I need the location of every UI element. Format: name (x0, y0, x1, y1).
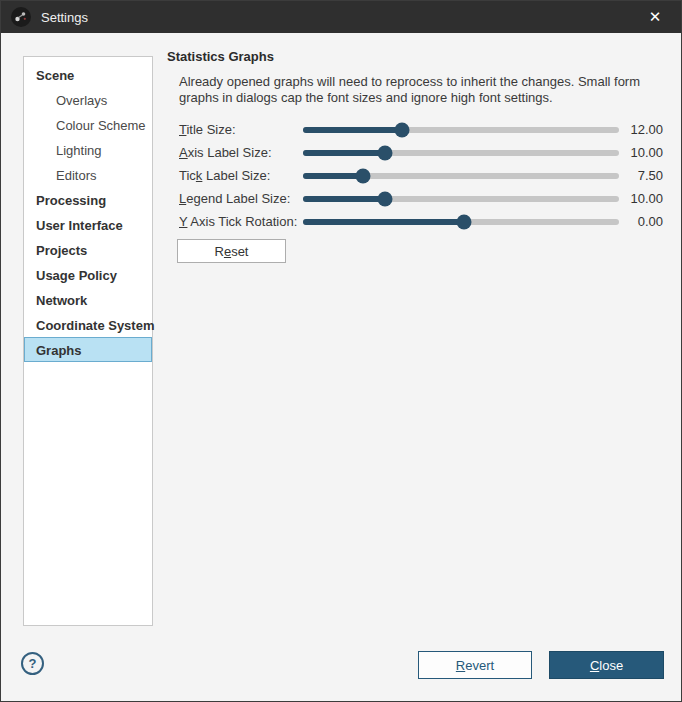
slider-thumb[interactable] (377, 191, 392, 206)
sidebar-item-user-interface[interactable]: User Interface (24, 212, 152, 237)
title-size-row: Title Size: 12.00 (179, 118, 663, 141)
help-icon[interactable]: ? (21, 652, 44, 675)
y-axis-tick-rotation-label: Y Axis Tick Rotation: (179, 214, 303, 229)
y-axis-tick-rotation-slider[interactable] (303, 219, 619, 225)
slider-thumb[interactable] (355, 168, 370, 183)
slider-thumb[interactable] (456, 214, 471, 229)
sidebar-item-overlays[interactable]: Overlays (24, 87, 152, 112)
sidebar-item-coordinate-system[interactable]: Coordinate System (24, 312, 152, 337)
axis-label-size-value: 10.00 (619, 145, 663, 160)
legend-label-size-label: Legend Label Size: (179, 191, 303, 206)
legend-label-size-slider[interactable] (303, 196, 619, 202)
reset-button[interactable]: Reset (177, 239, 286, 263)
sidebar-item-colour-scheme[interactable]: Colour Scheme (24, 112, 152, 137)
title-bar: Settings ✕ (1, 1, 681, 33)
sidebar-item-projects[interactable]: Projects (24, 237, 152, 262)
sidebar-item-editors[interactable]: Editors (24, 162, 152, 187)
tick-label-size-label: Tick Label Size: (179, 168, 303, 183)
slider-fill (303, 196, 385, 202)
slider-fill (303, 173, 363, 179)
y-axis-tick-rotation-row: Y Axis Tick Rotation: 0.00 (179, 210, 663, 233)
sidebar-item-lighting[interactable]: Lighting (24, 137, 152, 162)
revert-button[interactable]: Revert (418, 651, 532, 679)
slider-thumb[interactable] (395, 122, 410, 137)
settings-dialog: Settings ✕ Scene Overlays Colour Scheme … (0, 0, 682, 702)
window-title: Settings (41, 10, 88, 25)
axis-label-size-row: Axis Label Size: 10.00 (179, 141, 663, 164)
tick-label-size-slider[interactable] (303, 173, 619, 179)
title-size-value: 12.00 (619, 122, 663, 137)
sidebar-item-network[interactable]: Network (24, 287, 152, 312)
sidebar-item-graphs[interactable]: Graphs (24, 337, 152, 362)
app-logo-icon (11, 7, 31, 27)
sidebar-item-processing[interactable]: Processing (24, 187, 152, 212)
slider-fill (303, 127, 402, 133)
axis-label-size-label: Axis Label Size: (179, 145, 303, 160)
slider-fill (303, 219, 464, 225)
title-size-slider[interactable] (303, 127, 619, 133)
legend-label-size-row: Legend Label Size: 10.00 (179, 187, 663, 210)
legend-label-size-value: 10.00 (619, 191, 663, 206)
panel-heading: Statistics Graphs (167, 49, 663, 64)
statistics-graphs-panel: Statistics Graphs Already opened graphs … (167, 49, 663, 263)
title-size-label: Title Size: (179, 122, 303, 137)
tick-label-size-value: 7.50 (619, 168, 663, 183)
tick-label-size-row: Tick Label Size: 7.50 (179, 164, 663, 187)
sidebar-item-scene[interactable]: Scene (24, 62, 152, 87)
slider-rows: Title Size: 12.00 Axis Label Size: 10.00… (179, 118, 663, 233)
axis-label-size-slider[interactable] (303, 150, 619, 156)
window-close-icon[interactable]: ✕ (637, 1, 673, 33)
close-button[interactable]: Close (549, 651, 664, 679)
settings-nav-sidebar: Scene Overlays Colour Scheme Lighting Ed… (23, 56, 153, 626)
y-axis-tick-rotation-value: 0.00 (619, 214, 663, 229)
slider-thumb[interactable] (377, 145, 392, 160)
panel-description: Already opened graphs will need to repro… (179, 74, 661, 106)
sidebar-item-usage-policy[interactable]: Usage Policy (24, 262, 152, 287)
slider-fill (303, 150, 385, 156)
